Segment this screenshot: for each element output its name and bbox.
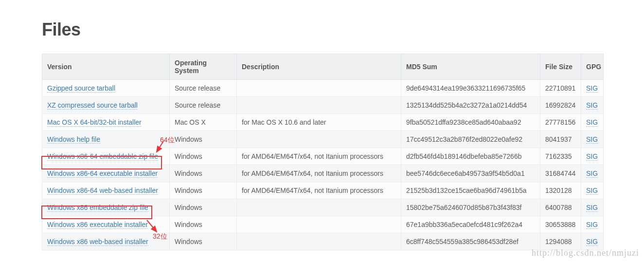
table-header-row: Version Operating System Description MD5…	[42, 54, 604, 80]
version-link[interactable]: Windows x86 executable installer	[47, 221, 148, 229]
os-cell: Mac OS X	[170, 114, 237, 131]
os-cell: Source release	[170, 97, 237, 114]
desc-cell	[237, 80, 401, 97]
os-cell: Windows	[170, 131, 237, 148]
desc-cell	[237, 233, 401, 250]
table-row: Windows x86-64 embeddable zip fileWindow…	[42, 148, 604, 165]
version-link[interactable]: Mac OS X 64-bit/32-bit installer	[47, 118, 142, 127]
size-cell: 16992824	[540, 97, 581, 114]
md5-cell: 1325134dd525b4a2c3272a1a0214dd54	[401, 97, 540, 114]
version-link[interactable]: Windows x86 embeddable zip file	[47, 204, 148, 212]
md5-cell: 9de6494314ea199e3633211696735f65	[401, 80, 540, 97]
col-md5: MD5 Sum	[401, 54, 540, 80]
md5-cell: 15802be75a6246070d85b87b3f43f83f	[401, 199, 540, 216]
os-cell: Windows	[170, 199, 237, 216]
files-table: Version Operating System Description MD5…	[42, 54, 604, 250]
md5-cell: bee5746dc6ece6ab49573a9f54b5d0a1	[401, 165, 540, 182]
version-link[interactable]: XZ compressed source tarball	[47, 101, 138, 110]
col-size: File Size	[540, 54, 581, 80]
table-row: Windows x86 executable installerWindows6…	[42, 216, 604, 233]
table-row: Windows x86-64 executable installerWindo…	[42, 165, 604, 182]
version-link[interactable]: Windows x86 web-based installer	[47, 238, 148, 246]
table-row: Windows x86-64 web-based installerWindow…	[42, 182, 604, 199]
desc-cell	[237, 199, 401, 216]
os-cell: Windows	[170, 165, 237, 182]
size-cell: 27778156	[540, 114, 581, 131]
os-cell: Windows	[170, 182, 237, 199]
size-cell: 30653888	[540, 216, 581, 233]
version-link[interactable]: Windows x86-64 embeddable zip file	[47, 152, 158, 161]
table-row: XZ compressed source tarballSource relea…	[42, 97, 604, 114]
version-link[interactable]: Windows help file	[47, 135, 100, 144]
os-cell: Windows	[170, 216, 237, 233]
watermark: http://blog.csdn.net/nmjuzi	[532, 248, 639, 258]
md5-cell: 17cc49512c3a2b876f2ed8022e0afe92	[401, 131, 540, 148]
gpg-sig-link[interactable]: SIG	[586, 118, 598, 127]
table-row: Gzipped source tarballSource release9de6…	[42, 80, 604, 97]
desc-cell: for AMD64/EM64T/x64, not Itanium process…	[237, 165, 401, 182]
desc-cell: for AMD64/EM64T/x64, not Itanium process…	[237, 182, 401, 199]
md5-cell: 6c8ff748c554559a385c986453df28ef	[401, 233, 540, 250]
col-os: Operating System	[170, 54, 237, 80]
gpg-sig-link[interactable]: SIG	[586, 204, 598, 212]
desc-cell: for Mac OS X 10.6 and later	[237, 114, 401, 131]
gpg-sig-link[interactable]: SIG	[586, 101, 598, 110]
table-row: Windows help fileWindows17cc49512c3a2b87…	[42, 131, 604, 148]
gpg-sig-link[interactable]: SIG	[586, 221, 598, 229]
md5-cell: 67e1a9bb336a5eca0efcd481c9f262a4	[401, 216, 540, 233]
md5-cell: d2fb546fd4b189146dbefeba85e7266b	[401, 148, 540, 165]
desc-cell: for AMD64/EM64T/x64, not Itanium process…	[237, 148, 401, 165]
gpg-sig-link[interactable]: SIG	[586, 84, 598, 93]
size-cell: 1320128	[540, 182, 581, 199]
gpg-sig-link[interactable]: SIG	[586, 169, 598, 178]
table-row: Mac OS X 64-bit/32-bit installerMac OS X…	[42, 114, 604, 131]
os-cell: Source release	[170, 80, 237, 97]
table-row: Windows x86 embeddable zip fileWindows15…	[42, 199, 604, 216]
col-version: Version	[42, 54, 170, 80]
size-cell: 22710891	[540, 80, 581, 97]
version-link[interactable]: Gzipped source tarball	[47, 84, 115, 93]
gpg-sig-link[interactable]: SIG	[586, 238, 598, 246]
md5-cell: 9fba50521dffa9238ce85ad640abaa92	[401, 114, 540, 131]
size-cell: 8041937	[540, 131, 581, 148]
table-row: Windows x86 web-based installerWindows6c…	[42, 233, 604, 250]
desc-cell	[237, 131, 401, 148]
col-gpg: GPG	[581, 54, 604, 80]
size-cell: 7162335	[540, 148, 581, 165]
size-cell: 6400788	[540, 199, 581, 216]
version-link[interactable]: Windows x86-64 executable installer	[47, 169, 158, 178]
col-desc: Description	[237, 54, 401, 80]
desc-cell	[237, 97, 401, 114]
page-title: Files	[42, 19, 602, 40]
gpg-sig-link[interactable]: SIG	[586, 187, 598, 195]
size-cell: 31684744	[540, 165, 581, 182]
os-cell: Windows	[170, 148, 237, 165]
gpg-sig-link[interactable]: SIG	[586, 152, 598, 161]
version-link[interactable]: Windows x86-64 web-based installer	[47, 187, 158, 195]
md5-cell: 21525b3d132ce15cae6ba96d74961b5a	[401, 182, 540, 199]
os-cell: Windows	[170, 233, 237, 250]
desc-cell	[237, 216, 401, 233]
gpg-sig-link[interactable]: SIG	[586, 135, 598, 144]
